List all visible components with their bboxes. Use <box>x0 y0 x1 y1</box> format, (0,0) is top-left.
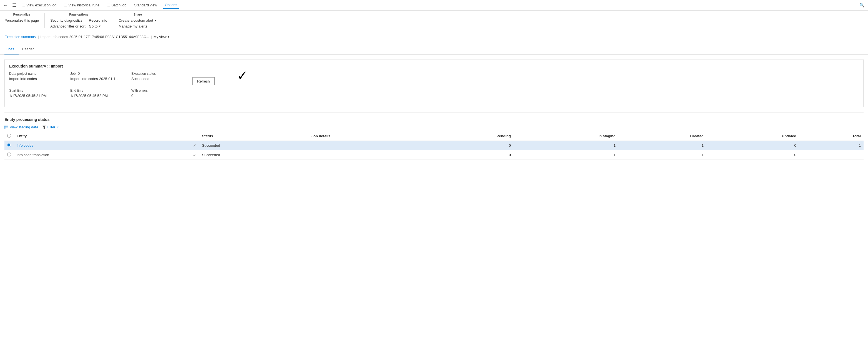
row2-checkmark: ✓ <box>193 153 196 157</box>
search-icon[interactable]: 🔍 <box>859 3 865 8</box>
row2-pending: 0 <box>422 150 514 160</box>
col-job-details-header[interactable]: Job details <box>309 132 422 141</box>
view-staging-data-button[interactable]: View staging data <box>4 125 38 129</box>
record-info-link[interactable]: Record info <box>89 18 107 23</box>
share-items: Create a custom alert ▼ Manage my alerts <box>119 18 157 28</box>
job-id-label: Job ID <box>70 72 120 76</box>
form-row-1: Data project name Import info codes Job … <box>9 72 859 85</box>
row2-entity: Info code translation <box>14 150 190 160</box>
data-project-name-label: Data project name <box>9 72 59 76</box>
table-icon <box>4 125 8 129</box>
row1-pending: 0 <box>422 141 514 150</box>
page-options-col2: Record info Go to ▼ <box>89 18 107 28</box>
ribbon: Personalize Personalize this page Page o… <box>0 10 868 32</box>
table-row[interactable]: Info code translation ✓ Succeeded 0 1 1 … <box>4 150 864 160</box>
list-icon: ☰ <box>107 3 110 7</box>
nav-view-execution-log[interactable]: ☰ View execution log <box>21 2 58 8</box>
header-radio[interactable] <box>7 134 11 138</box>
col-status-header[interactable]: Status <box>199 132 309 141</box>
row2-total: 1 <box>799 150 864 160</box>
col-updated-header[interactable]: Updated <box>706 132 799 141</box>
end-time-field: End time 1/17/2025 05:45:52 PM <box>70 89 120 99</box>
with-errors-field: With errors: 0 <box>131 89 181 99</box>
data-project-name-field: Data project name Import info codes <box>9 72 59 82</box>
security-diagnostics-link[interactable]: Security diagnostics <box>50 18 85 23</box>
filter-arrow-icon: ▼ <box>57 126 59 128</box>
tab-header[interactable]: Header <box>21 44 38 54</box>
filter-icon <box>42 125 46 129</box>
row1-updated: 0 <box>706 141 799 150</box>
row1-in-staging: 1 <box>514 141 618 150</box>
advanced-filter-link[interactable]: Advanced filter or sort <box>50 24 85 28</box>
manage-alerts-link[interactable]: Manage my alerts <box>119 24 157 28</box>
row1-check: ✓ <box>190 141 199 150</box>
row1-total: 1 <box>799 141 864 150</box>
col-in-staging-header[interactable]: In staging <box>514 132 618 141</box>
info-codes-link[interactable]: Info codes <box>17 143 33 147</box>
entity-table: Entity Status Job details Pending In sta… <box>4 132 864 160</box>
filter-button[interactable]: Filter ▼ <box>42 125 59 129</box>
row1-radio[interactable] <box>7 143 11 147</box>
row1-created: 1 <box>618 141 706 150</box>
svg-marker-4 <box>42 125 46 129</box>
breadcrumb-execution-summary[interactable]: Execution summary <box>4 35 36 39</box>
row1-entity[interactable]: Info codes <box>14 141 190 150</box>
refresh-button[interactable]: Refresh <box>192 77 215 85</box>
col-pending-header[interactable]: Pending <box>422 132 514 141</box>
nav-view-historical-runs[interactable]: ☰ View historical runs <box>62 2 101 8</box>
entity-processing-section: Entity processing status View staging da… <box>4 113 864 160</box>
start-time-value: 1/17/2025 05:45:21 PM <box>9 94 59 99</box>
row1-select[interactable] <box>4 141 14 150</box>
tab-bar: Lines Header <box>0 44 868 55</box>
row1-job-details <box>309 141 422 150</box>
ribbon-group-title-page-options: Page options <box>50 13 107 16</box>
row2-in-staging: 1 <box>514 150 618 160</box>
svg-rect-0 <box>4 125 8 129</box>
start-time-label: Start time <box>9 89 59 92</box>
job-id-value: Import info codes-2025-01-1... <box>70 77 120 82</box>
end-time-label: End time <box>70 89 120 92</box>
nav-batch-job[interactable]: ☰ Batch job <box>105 2 128 8</box>
list-icon: ☰ <box>22 3 25 7</box>
execution-status-value: Succeeded <box>131 77 181 82</box>
breadcrumb: Execution summary | Import info codes-20… <box>0 32 868 42</box>
ribbon-group-title-share: Share <box>119 13 157 16</box>
with-errors-label: With errors: <box>131 89 181 92</box>
row2-check: ✓ <box>190 150 199 160</box>
row1-status: Succeeded <box>199 141 309 150</box>
with-errors-value: 0 <box>131 94 181 99</box>
row2-job-details <box>309 150 422 160</box>
create-custom-alert-link[interactable]: Create a custom alert ▼ <box>119 18 157 23</box>
view-arrow-icon: ▼ <box>167 35 170 38</box>
col-entity-header[interactable]: Entity <box>14 132 190 141</box>
ribbon-group-personalize: Personalize Personalize this page <box>4 13 45 28</box>
form-row-2: Start time 1/17/2025 05:45:21 PM End tim… <box>9 89 859 99</box>
row2-status: Succeeded <box>199 150 309 160</box>
row2-updated: 0 <box>706 150 799 160</box>
row2-created: 1 <box>618 150 706 160</box>
breadcrumb-current-page: Import info codes-2025-01-17T17:45:06-F0… <box>40 35 149 39</box>
breadcrumb-separator-2: | <box>151 35 152 39</box>
col-total-header[interactable]: Total <box>799 132 864 141</box>
page-options-col1: Security diagnostics Advanced filter or … <box>50 18 85 28</box>
nav-options[interactable]: Options <box>163 2 179 9</box>
row2-select[interactable] <box>4 150 14 160</box>
col-select <box>4 132 14 141</box>
data-project-name-value: Import info codes <box>9 77 59 82</box>
col-created-header[interactable]: Created <box>618 132 706 141</box>
personalize-this-page-link[interactable]: Personalize this page <box>4 18 39 23</box>
main-content: Execution summary :: Import Data project… <box>0 55 868 164</box>
menu-icon[interactable]: ☰ <box>12 2 16 8</box>
ribbon-group-share: Share Create a custom alert ▼ Manage my … <box>113 13 162 28</box>
row2-radio[interactable] <box>7 152 11 156</box>
go-to-link[interactable]: Go to ▼ <box>89 24 107 28</box>
my-view-dropdown[interactable]: My view ▼ <box>154 35 170 39</box>
tab-lines[interactable]: Lines <box>4 44 19 54</box>
back-button[interactable]: ← <box>3 3 8 8</box>
execution-status-label: Execution status <box>131 72 181 76</box>
table-row[interactable]: Info codes ✓ Succeeded 0 1 1 0 1 <box>4 141 864 150</box>
nav-standard-view[interactable]: Standard view <box>132 2 159 8</box>
entity-toolbar: View staging data Filter ▼ <box>4 125 864 129</box>
col-check-header <box>190 132 199 141</box>
table-header-row: Entity Status Job details Pending In sta… <box>4 132 864 141</box>
